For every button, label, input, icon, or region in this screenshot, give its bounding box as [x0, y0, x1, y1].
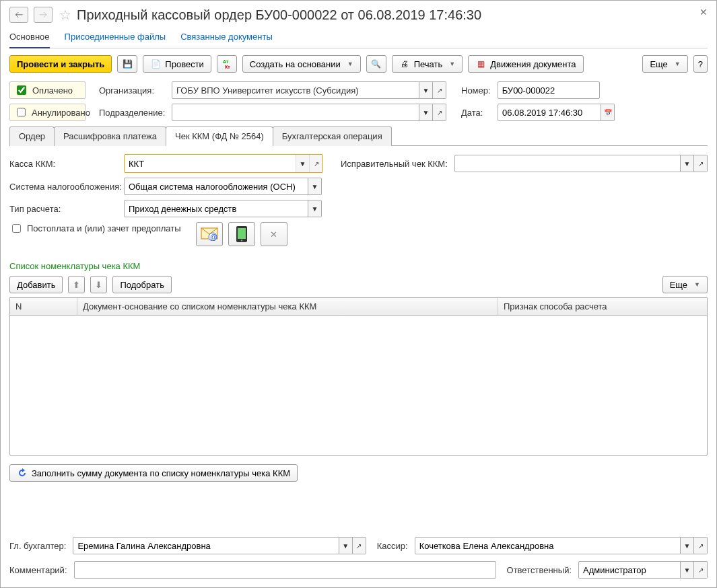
create-based-label: Создать на основании	[250, 59, 341, 69]
department-input[interactable]	[172, 104, 419, 121]
refresh-icon	[17, 468, 28, 478]
section-tab-main[interactable]: Основное	[9, 29, 50, 48]
annulled-checkbox[interactable]	[17, 108, 26, 117]
kassa-open-button[interactable]: ↗	[309, 155, 322, 172]
print-label: Печать	[414, 59, 443, 69]
responsible-label: Ответственный:	[507, 565, 572, 575]
cashier-label: Кассир:	[377, 541, 408, 551]
list-more-button[interactable]: Еще▼	[662, 276, 708, 293]
paid-checkbox[interactable]	[17, 85, 26, 95]
save-button[interactable]: 💾	[117, 55, 137, 73]
subtab-order[interactable]: Ордер	[9, 126, 55, 146]
subtab-accounting[interactable]: Бухгалтерская операция	[273, 126, 392, 146]
calc-type-dropdown-button[interactable]: ▼	[308, 200, 322, 217]
magnifier-link-icon: 🔍	[371, 59, 382, 69]
svg-rect-6	[238, 228, 246, 239]
organization-input[interactable]	[172, 81, 419, 99]
responsible-dropdown-button[interactable]: ▼	[681, 561, 694, 579]
department-open-button[interactable]: ↗	[433, 104, 446, 121]
more-button[interactable]: Еще▼	[642, 55, 687, 73]
nomenclature-table[interactable]: N Документ-основание со списком номенкла…	[9, 297, 708, 456]
akt-icon: АтКт	[221, 59, 232, 69]
arrow-down-icon: ⬇	[95, 280, 102, 290]
svg-text:@: @	[210, 233, 217, 241]
postpay-label: Постоплата и (или) зачет предоплаты	[27, 223, 181, 233]
send-email-button[interactable]: @	[196, 222, 223, 246]
date-label: Дата:	[461, 108, 491, 118]
move-up-button[interactable]: ⬆	[68, 276, 85, 293]
chief-accountant-label: Гл. бухгалтер:	[9, 541, 66, 551]
organization-dropdown-button[interactable]: ▼	[419, 81, 433, 99]
search-linked-button[interactable]: 🔍	[366, 55, 386, 73]
chief-accountant-input[interactable]	[73, 537, 339, 554]
arrow-up-icon: ⬆	[73, 280, 80, 290]
subtab-kkm[interactable]: Чек ККМ (ФД № 2564)	[166, 126, 273, 146]
date-input[interactable]	[498, 104, 601, 121]
cashier-input[interactable]	[415, 537, 681, 554]
responsible-input[interactable]	[578, 561, 681, 579]
movements-icon: ▦	[475, 59, 486, 69]
move-down-button[interactable]: ⬇	[90, 276, 107, 293]
tax-input[interactable]	[124, 178, 308, 195]
add-row-button[interactable]: Добавить	[9, 276, 63, 293]
organization-label: Организация:	[99, 85, 165, 96]
nav-back-button[interactable]: 🡠	[9, 7, 28, 23]
postpay-checkbox[interactable]	[12, 224, 21, 233]
number-input[interactable]	[498, 81, 600, 99]
post-button[interactable]: 📄Провести	[143, 55, 211, 73]
date-picker-button[interactable]: 📅	[601, 104, 615, 121]
debit-credit-button[interactable]: АтКт	[217, 55, 237, 73]
postpay-checkbox-cell[interactable]: Постоплата и (или) зачет предоплаты	[9, 222, 181, 235]
table-col-doc: Документ-основание со списком номенклату…	[77, 298, 498, 315]
kassa-input[interactable]	[125, 155, 296, 172]
phone-icon	[236, 225, 248, 243]
list-section-title: Список номенклатуры чека ККМ	[9, 261, 708, 271]
chief-accountant-open-button[interactable]: ↗	[353, 537, 366, 554]
help-button[interactable]: ?	[693, 55, 708, 73]
correction-dropdown-button[interactable]: ▼	[681, 155, 694, 172]
correction-open-button[interactable]: ↗	[694, 155, 708, 172]
movements-label: Движения документа	[490, 59, 576, 69]
chevron-down-icon: ▼	[694, 281, 700, 288]
cashier-open-button[interactable]: ↗	[694, 537, 708, 554]
paid-checkbox-cell[interactable]: Оплачено	[9, 81, 86, 99]
nav-forward-button: 🡢	[34, 7, 53, 23]
favorite-star-icon[interactable]: ☆	[59, 7, 71, 23]
chevron-down-icon: ▼	[449, 61, 455, 67]
kassa-label: Касса ККМ:	[9, 159, 117, 169]
printer-icon: 🖨	[399, 59, 410, 69]
annulled-checkbox-cell[interactable]: Аннулировано	[9, 104, 86, 121]
email-at-icon: @	[201, 227, 218, 241]
correction-label: Исправительный чек ККМ:	[341, 159, 448, 169]
correction-input[interactable]	[454, 155, 681, 172]
organization-open-button[interactable]: ↗	[433, 81, 446, 99]
send-sms-button[interactable]	[228, 222, 255, 246]
fill-sum-button[interactable]: Заполнить сумму документа по списку номе…	[9, 464, 298, 482]
calendar-icon: 📅	[604, 109, 612, 116]
x-mark-icon: ✕	[270, 229, 277, 240]
more-label: Еще	[650, 59, 667, 69]
paid-label: Оплачено	[32, 85, 73, 96]
movements-button[interactable]: ▦Движения документа	[468, 55, 583, 73]
responsible-open-button[interactable]: ↗	[694, 561, 708, 579]
post-label: Провести	[165, 59, 204, 69]
chief-accountant-dropdown-button[interactable]: ▼	[339, 537, 353, 554]
comment-input[interactable]	[74, 561, 496, 579]
kassa-dropdown-button[interactable]: ▼	[296, 155, 309, 172]
calc-type-input[interactable]	[124, 200, 308, 217]
pick-button[interactable]: Подобрать	[112, 276, 171, 293]
section-tab-linked[interactable]: Связанные документы	[180, 29, 273, 48]
section-tab-files[interactable]: Присоединенные файлы	[65, 29, 166, 48]
create-based-on-button[interactable]: Создать на основании▼	[242, 55, 361, 73]
chevron-down-icon: ▼	[347, 61, 353, 67]
close-button[interactable]: ✕	[699, 7, 708, 17]
cashier-dropdown-button[interactable]: ▼	[681, 537, 694, 554]
svg-text:Ат: Ат	[223, 59, 229, 64]
subtab-detail[interactable]: Расшифровка платежа	[54, 126, 166, 146]
post-and-close-button[interactable]: Провести и закрыть	[9, 55, 112, 73]
tax-dropdown-button[interactable]: ▼	[308, 178, 322, 195]
cancel-send-button[interactable]: ✕	[261, 222, 287, 246]
post-icon: 📄	[150, 59, 161, 69]
department-dropdown-button[interactable]: ▼	[419, 104, 433, 121]
print-button[interactable]: 🖨Печать▼	[392, 55, 463, 73]
